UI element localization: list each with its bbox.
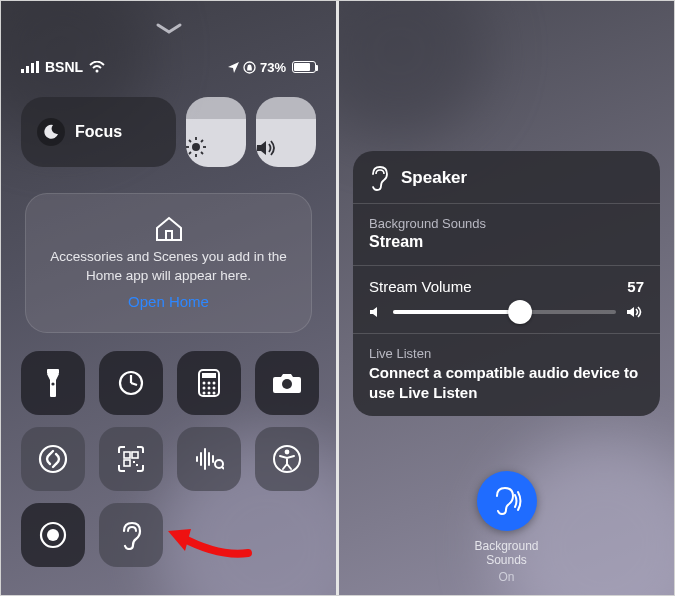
- hearing-icon: [118, 520, 144, 550]
- background-sounds-section[interactable]: Background Sounds Stream: [353, 204, 660, 265]
- svg-point-29: [203, 392, 206, 395]
- svg-rect-34: [124, 452, 130, 458]
- battery-pct: 73%: [260, 60, 286, 75]
- calculator-button[interactable]: [177, 351, 241, 415]
- accessibility-icon: [272, 444, 302, 474]
- stream-volume-section: Stream Volume 57: [353, 266, 660, 333]
- brightness-slider[interactable]: [186, 97, 246, 167]
- qr-scan-button[interactable]: [99, 427, 163, 491]
- screen-record-button[interactable]: [21, 503, 85, 567]
- svg-rect-1: [26, 66, 29, 73]
- svg-rect-15: [166, 231, 172, 240]
- hearing-panel-screen: Speaker Background Sounds Stream Stream …: [339, 1, 674, 595]
- ear-waves-icon: [491, 485, 521, 517]
- svg-point-6: [192, 143, 200, 151]
- svg-point-49: [47, 529, 59, 541]
- camera-button[interactable]: [255, 351, 319, 415]
- svg-point-28: [213, 387, 216, 390]
- svg-line-12: [201, 152, 203, 154]
- wifi-icon: [89, 61, 105, 73]
- sound-recognition-button[interactable]: [177, 427, 241, 491]
- home-card-message: Accessories and Scenes you add in the Ho…: [50, 248, 287, 284]
- ear-icon: [369, 165, 391, 191]
- svg-line-11: [189, 140, 191, 142]
- focus-label: Focus: [75, 123, 122, 141]
- svg-rect-3: [36, 61, 39, 73]
- volume-slider[interactable]: [256, 97, 316, 167]
- brightness-icon: [186, 137, 246, 157]
- home-icon: [154, 216, 184, 242]
- svg-rect-2: [31, 63, 34, 73]
- svg-rect-38: [136, 464, 138, 466]
- bg-sounds-toggle-state: On: [474, 570, 538, 584]
- background-sounds-toggle[interactable]: Background Sounds On: [474, 471, 538, 584]
- timer-button[interactable]: [99, 351, 163, 415]
- svg-point-17: [51, 382, 54, 385]
- screen-record-icon: [38, 520, 68, 550]
- calculator-icon: [198, 369, 220, 397]
- timer-icon: [117, 369, 145, 397]
- svg-line-14: [189, 152, 191, 154]
- controls-grid: [21, 351, 316, 567]
- status-bar: BSNL 73%: [1, 55, 336, 79]
- svg-point-31: [213, 392, 216, 395]
- svg-point-32: [282, 379, 292, 389]
- qr-scan-icon: [117, 445, 145, 473]
- shazam-icon: [38, 444, 68, 474]
- carrier-label: BSNL: [45, 59, 83, 75]
- live-listen-section: Live Listen Connect a compatible audio d…: [353, 334, 660, 416]
- focus-button[interactable]: Focus: [21, 97, 176, 167]
- stream-volume-slider[interactable]: [369, 305, 644, 319]
- svg-point-47: [285, 450, 290, 455]
- speaker-min-icon: [369, 305, 383, 319]
- hearing-panel: Speaker Background Sounds Stream Stream …: [353, 151, 660, 416]
- svg-point-44: [215, 460, 223, 468]
- svg-rect-22: [202, 373, 216, 378]
- svg-rect-35: [132, 452, 138, 458]
- stream-volume-value: 57: [627, 278, 644, 295]
- chevron-down-icon: [156, 23, 182, 35]
- sound-recognition-icon: [194, 447, 224, 471]
- svg-point-25: [213, 382, 216, 385]
- flashlight-icon: [42, 368, 64, 398]
- bg-sounds-toggle-label: Background Sounds: [474, 539, 538, 568]
- battery-icon: [292, 61, 316, 73]
- moon-icon: [37, 118, 65, 146]
- control-center-screen: BSNL 73% Focus: [1, 1, 336, 595]
- svg-line-20: [131, 383, 137, 385]
- shazam-button[interactable]: [21, 427, 85, 491]
- svg-point-26: [203, 387, 206, 390]
- slider-knob[interactable]: [508, 300, 532, 324]
- location-icon: [228, 62, 239, 73]
- svg-rect-37: [133, 461, 135, 463]
- svg-point-4: [96, 70, 99, 73]
- svg-rect-0: [21, 69, 24, 73]
- svg-point-27: [208, 387, 211, 390]
- svg-point-30: [208, 392, 211, 395]
- hearing-button[interactable]: [99, 503, 163, 567]
- flashlight-button[interactable]: [21, 351, 85, 415]
- accessibility-button[interactable]: [255, 427, 319, 491]
- svg-point-23: [203, 382, 206, 385]
- svg-line-45: [222, 467, 224, 469]
- open-home-link[interactable]: Open Home: [128, 293, 209, 310]
- svg-rect-16: [47, 369, 59, 374]
- speaker-icon: [256, 139, 316, 157]
- svg-point-24: [208, 382, 211, 385]
- camera-icon: [272, 371, 302, 395]
- live-listen-message: Connect a compatible audio device to use…: [369, 363, 644, 402]
- output-device-label: Speaker: [401, 168, 467, 188]
- bg-sounds-value: Stream: [369, 233, 644, 251]
- home-card: Accessories and Scenes you add in the Ho…: [25, 193, 312, 333]
- live-listen-title: Live Listen: [369, 346, 644, 361]
- speaker-max-icon: [626, 305, 644, 319]
- signal-bars-icon: [21, 61, 39, 73]
- svg-line-13: [201, 140, 203, 142]
- svg-rect-36: [124, 460, 130, 466]
- orientation-lock-icon: [243, 61, 256, 74]
- bg-sounds-title: Background Sounds: [369, 216, 644, 231]
- stream-volume-label: Stream Volume: [369, 278, 472, 295]
